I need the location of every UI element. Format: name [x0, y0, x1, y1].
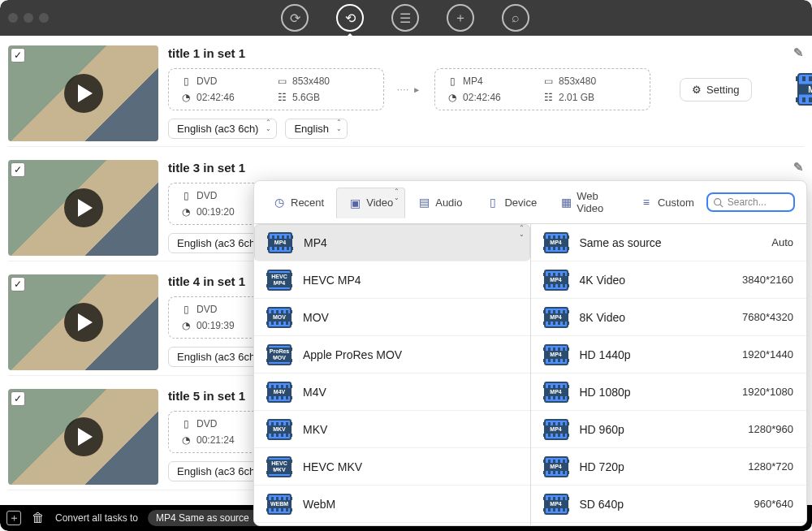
subtitle-select[interactable]: English [285, 119, 348, 139]
format-row[interactable]: MP4MP4 [254, 224, 530, 261]
tab-custom[interactable]: ≡Custom [628, 187, 706, 218]
preset-row[interactable]: MP4HD 720p1280*720 [531, 448, 807, 486]
play-icon[interactable] [64, 303, 103, 342]
preset-row[interactable]: MP4HD 960p1280*960 [531, 411, 807, 448]
tab-web-video[interactable]: ▦Web Video [549, 181, 628, 223]
thumbnail[interactable]: ✓ [8, 45, 158, 141]
task-checkbox[interactable]: ✓ [11, 277, 25, 291]
preset-row[interactable]: MP44K Video3840*2160 [531, 261, 807, 299]
task-checkbox[interactable]: ✓ [11, 391, 25, 406]
preset-row[interactable]: MP4SD 576p [531, 523, 807, 525]
format-row[interactable]: HEVC MKVHEVC MKV [254, 448, 530, 486]
thumbnail[interactable]: ✓ [8, 160, 158, 256]
film-icon: ▯ [180, 304, 192, 315]
disk-icon: ☷ [276, 92, 287, 103]
video-icon: ▣ [348, 196, 361, 209]
task-checkbox[interactable]: ✓ [11, 162, 25, 177]
format-icon: MP4 [544, 419, 568, 440]
format-icon: MP4 [268, 232, 292, 253]
film-icon: ▯ [447, 76, 458, 87]
preset-label: HD 960p [580, 423, 624, 436]
thumbnail[interactable]: ✓ [8, 274, 158, 370]
preset-list[interactable]: MP4Same as sourceAutoMP44K Video3840*216… [530, 224, 807, 525]
preset-label: Same as source [580, 236, 662, 249]
toolbar-convert-icon[interactable]: ⟲ [336, 4, 364, 32]
preset-row[interactable]: MP4HD 1080p1920*1080 [531, 373, 807, 411]
edit-icon[interactable]: ✎ [793, 160, 804, 175]
preset-label: HD 720p [580, 460, 624, 473]
play-icon[interactable] [64, 417, 103, 456]
format-icon: MP4 [544, 232, 568, 253]
format-row[interactable]: WEBMWebM [254, 486, 530, 523]
audio-track-select[interactable]: English (ac3 6ch) [168, 119, 277, 139]
format-label: HEVC MKV [303, 460, 362, 473]
format-row[interactable]: HEVC MP4HEVC MP4 [254, 261, 530, 299]
preset-label: HD 1440p [580, 348, 631, 361]
setting-button[interactable]: ⚙ Setting [680, 78, 751, 101]
tab-audio[interactable]: ▤Audio [405, 187, 474, 218]
format-label: Apple ProRes MOV [303, 348, 402, 361]
format-badge[interactable]: MP4 [797, 73, 812, 106]
resolution-icon: ▭ [542, 76, 554, 87]
tab-recent[interactable]: ◷Recent [261, 187, 336, 218]
preset-resolution: 7680*4320 [742, 311, 793, 323]
tab-device[interactable]: ▯Device [474, 187, 549, 218]
format-row[interactable]: MOVMOV [254, 299, 530, 336]
task-title: title 5 in set 1 [168, 389, 245, 403]
task-item: ✓ title 1 in set 1 ✎ ▯DVD ▭853x480 ◔02:4… [8, 45, 804, 147]
format-icon: MP4 [544, 382, 568, 403]
play-icon[interactable] [64, 188, 103, 227]
format-label: MOV [303, 311, 329, 324]
format-icon: MP4 [544, 307, 568, 328]
format-search-input[interactable]: Search... [706, 192, 795, 212]
format-list[interactable]: MP4MP4HEVC MP4HEVC MP4MOVMOVProRes MOVAp… [254, 224, 530, 525]
source-spec: ▯DVD ◔00:19:39 [168, 296, 264, 339]
format-icon: M4V [267, 382, 292, 403]
clock-icon: ◔ [180, 92, 192, 103]
format-row[interactable]: ProRes MOVApple ProRes MOV [254, 336, 530, 373]
format-row[interactable]: AVIAVI [254, 523, 530, 525]
edit-icon[interactable]: ✎ [793, 45, 804, 60]
delete-task-button[interactable]: 🗑 [31, 511, 45, 525]
toolbar-search-icon[interactable]: ⌕ [502, 4, 529, 32]
task-checkbox[interactable]: ✓ [11, 48, 25, 63]
format-row[interactable]: M4VM4V [254, 373, 530, 411]
svg-point-0 [714, 199, 720, 205]
window-minimize-icon[interactable] [24, 13, 33, 23]
format-icon: MP4 [544, 494, 568, 515]
preset-label: SD 640p [580, 498, 624, 511]
add-task-button[interactable]: ＋ [6, 511, 21, 525]
toolbar-download-icon[interactable]: ☰ [391, 4, 419, 32]
search-icon [713, 197, 723, 208]
preset-row[interactable]: MP48K Video7680*4320 [531, 299, 807, 336]
search-placeholder: Search... [728, 196, 767, 208]
toolbar-sync-icon[interactable]: ⟳ [281, 4, 309, 32]
window-close-icon[interactable] [8, 13, 18, 23]
format-row[interactable]: MKVMKV [254, 411, 530, 448]
thumbnail[interactable]: ✓ [8, 389, 158, 485]
source-spec: ▯DVD ▭853x480 ◔02:42:46 ☷5.6GB [168, 68, 384, 110]
format-icon: ProRes MOV [267, 344, 292, 365]
tab-video[interactable]: ▣Video [336, 188, 405, 218]
window-zoom-icon[interactable] [39, 13, 49, 23]
preset-row[interactable]: MP4Same as sourceAuto [531, 224, 807, 261]
global-preset-select[interactable]: MP4 Same as source [148, 510, 267, 526]
svg-line-1 [720, 205, 723, 207]
format-icon: MOV [267, 307, 292, 328]
format-icon: MP4 [544, 344, 568, 365]
clock-icon: ◔ [447, 92, 458, 103]
play-icon[interactable] [64, 74, 103, 113]
format-label: WebM [303, 498, 335, 511]
format-label: HEVC MP4 [303, 274, 361, 287]
clock-icon: ◔ [180, 320, 192, 331]
device-icon: ▯ [486, 196, 499, 209]
task-title: title 1 in set 1 [168, 46, 245, 60]
toolbar-add-icon[interactable]: ＋ [447, 4, 474, 32]
preset-row[interactable]: MP4SD 640p960*640 [531, 486, 807, 523]
setting-label: Setting [706, 84, 739, 96]
format-label: MP4 [304, 236, 327, 249]
preset-resolution: Auto [771, 236, 793, 248]
preset-resolution: 1920*1440 [742, 348, 793, 360]
preset-label: 4K Video [580, 274, 626, 287]
preset-row[interactable]: MP4HD 1440p1920*1440 [531, 336, 807, 373]
